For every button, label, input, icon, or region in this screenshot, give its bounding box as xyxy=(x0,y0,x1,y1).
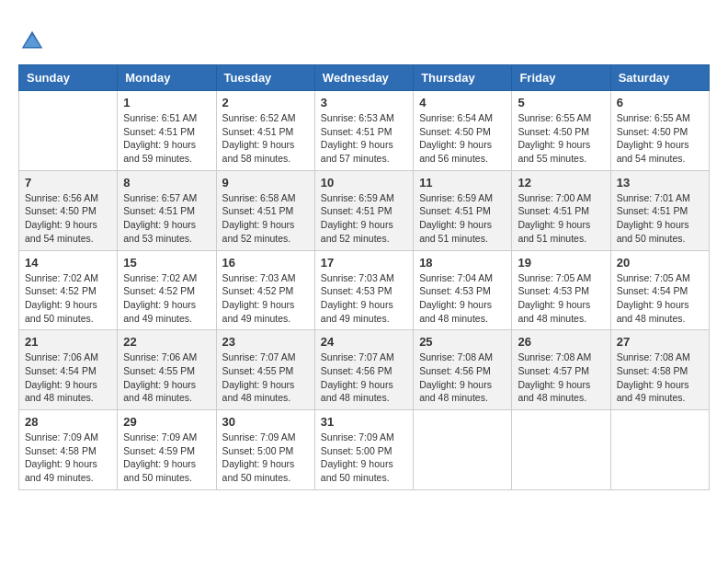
logo-icon xyxy=(18,28,46,55)
day-info: Sunrise: 7:09 AM Sunset: 4:58 PM Dayligh… xyxy=(25,431,111,485)
day-info: Sunrise: 7:09 AM Sunset: 5:00 PM Dayligh… xyxy=(222,431,309,485)
calendar-cell: 31Sunrise: 7:09 AM Sunset: 5:00 PM Dayli… xyxy=(314,410,413,490)
calendar-cell xyxy=(414,410,512,490)
day-info: Sunrise: 7:07 AM Sunset: 4:55 PM Dayligh… xyxy=(222,350,309,405)
weekday-header-tuesday: Tuesday xyxy=(216,65,314,91)
day-info: Sunrise: 6:58 AM Sunset: 4:51 PM Dayligh… xyxy=(222,191,309,246)
calendar-cell: 23Sunrise: 7:07 AM Sunset: 4:55 PM Dayli… xyxy=(216,330,314,410)
day-info: Sunrise: 7:02 AM Sunset: 4:52 PM Dayligh… xyxy=(25,271,111,326)
day-info: Sunrise: 7:07 AM Sunset: 4:56 PM Dayligh… xyxy=(321,350,407,405)
day-number: 6 xyxy=(617,96,703,109)
day-info: Sunrise: 7:08 AM Sunset: 4:56 PM Dayligh… xyxy=(419,350,506,405)
weekday-header-thursday: Thursday xyxy=(414,65,512,91)
day-info: Sunrise: 7:08 AM Sunset: 4:57 PM Dayligh… xyxy=(518,350,604,405)
week-row-4: 21Sunrise: 7:06 AM Sunset: 4:54 PM Dayli… xyxy=(19,330,710,410)
calendar-cell: 8Sunrise: 6:57 AM Sunset: 4:51 PM Daylig… xyxy=(118,170,216,250)
day-info: Sunrise: 6:52 AM Sunset: 4:51 PM Dayligh… xyxy=(222,111,309,166)
day-info: Sunrise: 7:09 AM Sunset: 4:59 PM Dayligh… xyxy=(123,431,210,485)
calendar-cell xyxy=(19,91,118,171)
day-number: 24 xyxy=(321,335,407,349)
day-number: 16 xyxy=(222,256,309,270)
header xyxy=(18,18,710,55)
calendar-cell xyxy=(512,410,610,490)
calendar-cell: 27Sunrise: 7:08 AM Sunset: 4:58 PM Dayli… xyxy=(610,330,709,410)
day-info: Sunrise: 6:55 AM Sunset: 4:50 PM Dayligh… xyxy=(518,111,604,166)
calendar-cell: 26Sunrise: 7:08 AM Sunset: 4:57 PM Dayli… xyxy=(512,330,610,410)
calendar-cell: 22Sunrise: 7:06 AM Sunset: 4:55 PM Dayli… xyxy=(118,330,216,410)
day-number: 7 xyxy=(25,176,111,190)
calendar-cell: 20Sunrise: 7:05 AM Sunset: 4:54 PM Dayli… xyxy=(610,250,709,330)
calendar-cell: 12Sunrise: 7:00 AM Sunset: 4:51 PM Dayli… xyxy=(512,170,610,250)
day-info: Sunrise: 7:02 AM Sunset: 4:52 PM Dayligh… xyxy=(123,271,210,326)
calendar-cell: 28Sunrise: 7:09 AM Sunset: 4:58 PM Dayli… xyxy=(19,410,118,490)
day-info: Sunrise: 7:09 AM Sunset: 5:00 PM Dayligh… xyxy=(321,431,407,485)
weekday-header-monday: Monday xyxy=(118,65,216,91)
day-number: 5 xyxy=(518,96,604,109)
day-number: 22 xyxy=(123,335,210,349)
day-number: 19 xyxy=(518,256,604,270)
calendar-cell: 10Sunrise: 6:59 AM Sunset: 4:51 PM Dayli… xyxy=(314,170,413,250)
calendar-cell: 15Sunrise: 7:02 AM Sunset: 4:52 PM Dayli… xyxy=(118,250,216,330)
weekday-header-saturday: Saturday xyxy=(610,65,709,91)
day-number: 11 xyxy=(419,176,506,190)
day-number: 31 xyxy=(321,415,407,429)
day-info: Sunrise: 7:04 AM Sunset: 4:53 PM Dayligh… xyxy=(419,271,506,326)
calendar-cell: 30Sunrise: 7:09 AM Sunset: 5:00 PM Dayli… xyxy=(216,410,314,490)
day-number: 25 xyxy=(419,335,506,349)
day-info: Sunrise: 7:03 AM Sunset: 4:52 PM Dayligh… xyxy=(222,271,309,326)
calendar-cell xyxy=(610,410,709,490)
calendar-cell: 6Sunrise: 6:55 AM Sunset: 4:50 PM Daylig… xyxy=(610,91,709,171)
calendar-cell: 24Sunrise: 7:07 AM Sunset: 4:56 PM Dayli… xyxy=(314,330,413,410)
weekday-header-wednesday: Wednesday xyxy=(314,65,413,91)
weekday-header-sunday: Sunday xyxy=(19,65,118,91)
day-info: Sunrise: 6:53 AM Sunset: 4:51 PM Dayligh… xyxy=(321,111,407,166)
day-number: 2 xyxy=(222,96,309,109)
day-info: Sunrise: 6:54 AM Sunset: 4:50 PM Dayligh… xyxy=(419,111,506,166)
day-info: Sunrise: 6:56 AM Sunset: 4:50 PM Dayligh… xyxy=(25,191,111,246)
day-number: 4 xyxy=(419,96,506,109)
day-number: 23 xyxy=(222,335,309,349)
weekday-header-friday: Friday xyxy=(512,65,610,91)
calendar-cell: 4Sunrise: 6:54 AM Sunset: 4:50 PM Daylig… xyxy=(414,91,512,171)
calendar-cell: 17Sunrise: 7:03 AM Sunset: 4:53 PM Dayli… xyxy=(314,250,413,330)
day-number: 9 xyxy=(222,176,309,190)
day-number: 12 xyxy=(518,176,604,190)
week-row-2: 7Sunrise: 6:56 AM Sunset: 4:50 PM Daylig… xyxy=(19,170,710,250)
day-number: 10 xyxy=(321,176,407,190)
day-info: Sunrise: 7:00 AM Sunset: 4:51 PM Dayligh… xyxy=(518,191,604,246)
calendar-cell: 21Sunrise: 7:06 AM Sunset: 4:54 PM Dayli… xyxy=(19,330,118,410)
calendar-cell: 3Sunrise: 6:53 AM Sunset: 4:51 PM Daylig… xyxy=(314,91,413,171)
week-row-3: 14Sunrise: 7:02 AM Sunset: 4:52 PM Dayli… xyxy=(19,250,710,330)
day-number: 28 xyxy=(25,415,111,429)
day-number: 15 xyxy=(123,256,210,270)
day-info: Sunrise: 7:06 AM Sunset: 4:54 PM Dayligh… xyxy=(25,350,111,405)
day-number: 3 xyxy=(321,96,407,109)
day-info: Sunrise: 6:51 AM Sunset: 4:51 PM Dayligh… xyxy=(123,111,210,166)
day-info: Sunrise: 7:01 AM Sunset: 4:51 PM Dayligh… xyxy=(617,191,703,246)
day-number: 1 xyxy=(123,96,210,109)
day-number: 18 xyxy=(419,256,506,270)
day-number: 20 xyxy=(617,256,703,270)
week-row-5: 28Sunrise: 7:09 AM Sunset: 4:58 PM Dayli… xyxy=(19,410,710,490)
week-row-1: 1Sunrise: 6:51 AM Sunset: 4:51 PM Daylig… xyxy=(19,91,710,171)
calendar-cell: 16Sunrise: 7:03 AM Sunset: 4:52 PM Dayli… xyxy=(216,250,314,330)
day-number: 21 xyxy=(25,335,111,349)
calendar-cell: 5Sunrise: 6:55 AM Sunset: 4:50 PM Daylig… xyxy=(512,91,610,171)
weekday-header-row: SundayMondayTuesdayWednesdayThursdayFrid… xyxy=(19,65,710,91)
day-number: 13 xyxy=(617,176,703,190)
calendar-cell: 14Sunrise: 7:02 AM Sunset: 4:52 PM Dayli… xyxy=(19,250,118,330)
day-info: Sunrise: 7:03 AM Sunset: 4:53 PM Dayligh… xyxy=(321,271,407,326)
day-number: 8 xyxy=(123,176,210,190)
calendar-cell: 25Sunrise: 7:08 AM Sunset: 4:56 PM Dayli… xyxy=(414,330,512,410)
day-number: 14 xyxy=(25,256,111,270)
day-number: 30 xyxy=(222,415,309,429)
day-number: 26 xyxy=(518,335,604,349)
calendar-cell: 7Sunrise: 6:56 AM Sunset: 4:50 PM Daylig… xyxy=(19,170,118,250)
day-info: Sunrise: 7:08 AM Sunset: 4:58 PM Dayligh… xyxy=(617,350,703,405)
day-info: Sunrise: 6:55 AM Sunset: 4:50 PM Dayligh… xyxy=(617,111,703,166)
calendar-cell: 13Sunrise: 7:01 AM Sunset: 4:51 PM Dayli… xyxy=(610,170,709,250)
day-info: Sunrise: 6:59 AM Sunset: 4:51 PM Dayligh… xyxy=(321,191,407,246)
calendar-cell: 29Sunrise: 7:09 AM Sunset: 4:59 PM Dayli… xyxy=(118,410,216,490)
calendar-cell: 2Sunrise: 6:52 AM Sunset: 4:51 PM Daylig… xyxy=(216,91,314,171)
calendar-cell: 1Sunrise: 6:51 AM Sunset: 4:51 PM Daylig… xyxy=(118,91,216,171)
